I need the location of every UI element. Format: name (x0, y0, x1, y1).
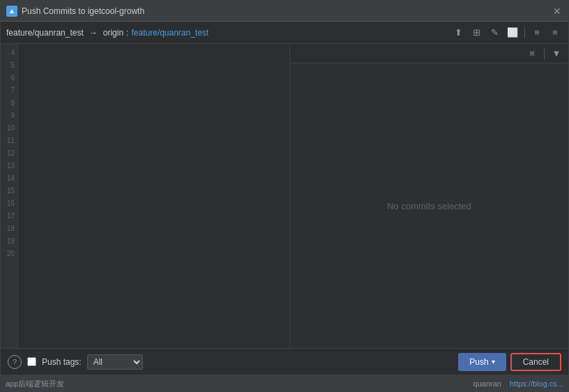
line-gutter: 4 5 6 7 8 9 10 11 12 13 14 15 16 17 18 1… (1, 44, 18, 348)
branch-toolbar: feature/quanran_test → origin : feature/… (1, 22, 568, 44)
gutter-13: 13 (1, 160, 17, 172)
branch-colon: : (126, 28, 128, 38)
gutter-9: 9 (1, 110, 17, 122)
branch-arrow: → (89, 28, 98, 38)
push-button[interactable]: Push ▾ (458, 353, 506, 371)
gutter-15: 15 (1, 185, 17, 197)
title-bar: ▲ Push Commits to igetcool-growth ✕ (1, 1, 568, 22)
statusbar-left: app后端逻辑开发 (6, 379, 64, 389)
toolbar-actions: ⬆ ⊞ ✎ ⬜ ≡ ≡ (450, 25, 563, 40)
title-bar-left: ▲ Push Commits to igetcool-growth (6, 6, 144, 17)
right-panel-toolbar: ≡ ▼ (290, 44, 568, 63)
gutter-7: 7 (1, 84, 17, 97)
rp-filter-icon[interactable]: ▼ (549, 46, 564, 61)
remote-branch[interactable]: feature/quanran_test (131, 28, 208, 38)
dialog-icon: ▲ (6, 6, 17, 17)
gutter-6: 6 (1, 72, 17, 84)
push-commits-dialog: ▲ Push Commits to igetcool-growth ✕ feat… (0, 0, 569, 375)
statusbar-user[interactable]: quanran (473, 379, 501, 388)
edit-toolbar-icon[interactable]: ✎ (487, 25, 502, 40)
gutter-17: 17 (1, 210, 17, 223)
main-content: 4 5 6 7 8 9 10 11 12 13 14 15 16 17 18 1… (1, 44, 568, 348)
rp-list-icon[interactable]: ≡ (524, 46, 540, 61)
gutter-11: 11 (1, 135, 17, 147)
no-commits-label: No commits selected (387, 201, 471, 211)
push-tags-label[interactable]: Push tags: (42, 357, 82, 367)
cancel-button-label: Cancel (523, 357, 549, 367)
gutter-10: 10 (1, 122, 17, 135)
bottom-left: ? Push tags: All (8, 354, 143, 370)
commit-list (18, 44, 289, 348)
gutter-20: 20 (1, 248, 17, 260)
gutter-16: 16 (1, 197, 17, 210)
toolbar-separator (524, 27, 525, 38)
gutter-8: 8 (1, 97, 17, 110)
grid-toolbar-icon[interactable]: ⊞ (469, 25, 484, 40)
rp-separator (544, 48, 545, 59)
bottom-right: Push ▾ Cancel (458, 353, 561, 371)
right-panel-content: No commits selected (290, 63, 568, 348)
left-panel: 4 5 6 7 8 9 10 11 12 13 14 15 16 17 18 1… (1, 44, 290, 348)
cancel-button[interactable]: Cancel (510, 353, 561, 371)
status-bar: app后端逻辑开发 quanran https://blog.cs... (0, 375, 569, 392)
menu-toolbar-icon[interactable]: ≡ (529, 25, 545, 40)
help-label: ? (13, 358, 17, 366)
expand-toolbar-icon[interactable]: ⬜ (505, 25, 520, 40)
statusbar-project[interactable]: app后端逻辑开发 (6, 379, 64, 389)
push-tags-select[interactable]: All (87, 354, 143, 370)
statusbar-right: quanran https://blog.cs... (473, 379, 563, 388)
branch-info: feature/quanran_test → origin : feature/… (6, 28, 208, 38)
remote-label: origin (103, 28, 123, 38)
right-panel: ≡ ▼ No commits selected (290, 44, 568, 348)
dialog-title: Push Commits to igetcool-growth (22, 6, 144, 16)
push-button-label: Push (469, 357, 488, 367)
push-toolbar-icon[interactable]: ⬆ (450, 25, 466, 40)
push-button-arrow: ▾ (492, 358, 495, 365)
gutter-12: 12 (1, 147, 17, 160)
local-branch: feature/quanran_test (6, 28, 84, 38)
statusbar-url[interactable]: https://blog.cs... (510, 379, 563, 388)
more-toolbar-icon[interactable]: ≡ (547, 25, 563, 40)
bottom-bar: ? Push tags: All Push ▾ Cancel (1, 348, 568, 375)
left-panel-content: 4 5 6 7 8 9 10 11 12 13 14 15 16 17 18 1… (1, 44, 289, 348)
gutter-18: 18 (1, 223, 17, 235)
gutter-5: 5 (1, 59, 17, 72)
icon-label: ▲ (8, 7, 15, 15)
gutter-19: 19 (1, 235, 17, 248)
help-button[interactable]: ? (8, 355, 22, 369)
push-tags-checkbox[interactable] (27, 357, 36, 366)
close-button[interactable]: ✕ (552, 6, 563, 17)
gutter-14: 14 (1, 172, 17, 185)
gutter-4: 4 (1, 47, 17, 59)
